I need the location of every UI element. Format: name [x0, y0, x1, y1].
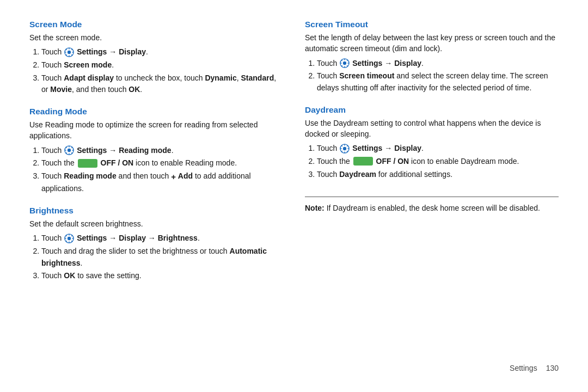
list-item: Touch Daydream for additional settings.: [317, 169, 559, 181]
settings-icon: [340, 144, 350, 154]
list-item: Touch Settings → Display.: [317, 143, 559, 155]
section-title-reading-mode: Reading Mode: [29, 107, 283, 117]
list-item: Touch the OFF / ON icon to enable Daydre…: [317, 156, 559, 168]
svg-line-28: [71, 235, 72, 236]
left-column: Screen Mode Set the screen mode. Touch S…: [29, 20, 283, 362]
screen-mode-steps: Touch Settings → Display. Touch Screen m…: [41, 46, 283, 96]
svg-point-31: [343, 62, 346, 65]
list-item: Touch Settings → Display → Brightness.: [41, 232, 283, 244]
list-item: Touch the OFF / ON icon to enable Readin…: [41, 157, 283, 169]
toggle-icon: [353, 157, 373, 166]
list-item: Touch OK to save the setting.: [41, 270, 283, 282]
note-text: Note: If Daydream is enabled, the desk h…: [305, 204, 540, 212]
footer-label: Settings: [510, 364, 537, 372]
list-item: Touch Screen timeout and select the scre…: [317, 70, 559, 94]
section-screen-timeout: Screen Timeout Set the length of delay b…: [305, 20, 559, 95]
right-column: Screen Timeout Set the length of delay b…: [305, 20, 559, 362]
toggle-icon: [78, 159, 97, 168]
footer-page-number: 130: [546, 364, 559, 372]
svg-line-16: [66, 147, 67, 148]
list-item: Touch Settings → Reading mode.: [41, 145, 283, 157]
note-section: Note: If Daydream is enabled, the desk h…: [305, 203, 559, 214]
svg-line-26: [66, 235, 67, 236]
section-desc-screen-mode: Set the screen mode.: [29, 32, 283, 43]
section-title-screen-timeout: Screen Timeout: [305, 20, 559, 29]
svg-line-9: [66, 54, 67, 56]
svg-line-7: [71, 54, 72, 56]
list-item: Touch Reading mode and then touch + Add …: [41, 170, 283, 195]
list-item: Touch Settings → Display.: [41, 46, 283, 58]
section-title-brightness: Brightness: [29, 206, 283, 216]
svg-line-46: [341, 145, 342, 146]
screen-timeout-steps: Touch Settings → Display. Touch Screen t…: [317, 58, 559, 94]
list-item: Touch and drag the slider to set the bri…: [41, 246, 283, 269]
svg-line-49: [341, 151, 342, 152]
svg-line-36: [341, 60, 342, 61]
settings-icon: [64, 234, 74, 243]
settings-icon: [340, 58, 350, 68]
section-daydream: Daydream Use the Daydream setting to con…: [305, 105, 559, 182]
section-divider: [305, 197, 559, 197]
svg-line-17: [71, 152, 72, 154]
section-screen-mode: Screen Mode Set the screen mode. Touch S…: [29, 20, 283, 97]
reading-mode-steps: Touch Settings → Reading mode. Touch the…: [41, 145, 283, 195]
svg-line-29: [66, 241, 67, 242]
section-desc-reading-mode: Use Reading mode to optimize the screen …: [29, 119, 283, 142]
list-item: Touch Screen mode.: [41, 59, 283, 71]
settings-icon: [64, 47, 74, 57]
svg-point-1: [68, 50, 71, 53]
section-brightness: Brightness Set the default screen bright…: [29, 206, 283, 283]
svg-line-37: [347, 65, 348, 66]
footer: Settings 130: [29, 362, 559, 372]
plus-icon: +: [171, 170, 176, 183]
section-desc-brightness: Set the default screen brightness.: [29, 218, 283, 229]
brightness-steps: Touch Settings → Display → Brightness. T…: [41, 232, 283, 282]
section-desc-screen-timeout: Set the length of delay between the last…: [305, 32, 559, 54]
page: Screen Mode Set the screen mode. Touch S…: [0, 0, 588, 392]
section-title-daydream: Daydream: [305, 105, 559, 115]
svg-line-47: [347, 151, 348, 152]
svg-line-6: [66, 48, 67, 50]
svg-line-19: [66, 152, 67, 154]
svg-line-18: [71, 147, 72, 148]
section-desc-daydream: Use the Daydream setting to control what…: [305, 118, 559, 140]
list-item: Touch Adapt display to uncheck the box, …: [41, 72, 283, 96]
svg-point-11: [68, 149, 71, 152]
svg-point-41: [343, 146, 346, 150]
section-reading-mode: Reading Mode Use Reading mode to optimiz…: [29, 107, 283, 196]
svg-line-39: [341, 65, 342, 66]
svg-point-21: [68, 236, 71, 240]
svg-line-48: [347, 145, 348, 146]
daydream-steps: Touch Settings → Display. Touch the OFF …: [317, 143, 559, 180]
svg-line-27: [71, 241, 72, 242]
content-columns: Screen Mode Set the screen mode. Touch S…: [29, 20, 559, 362]
svg-line-38: [347, 60, 348, 61]
svg-line-8: [71, 48, 72, 50]
list-item: Touch Settings → Display.: [317, 58, 559, 70]
settings-icon: [64, 145, 74, 155]
section-title-screen-mode: Screen Mode: [29, 20, 283, 29]
